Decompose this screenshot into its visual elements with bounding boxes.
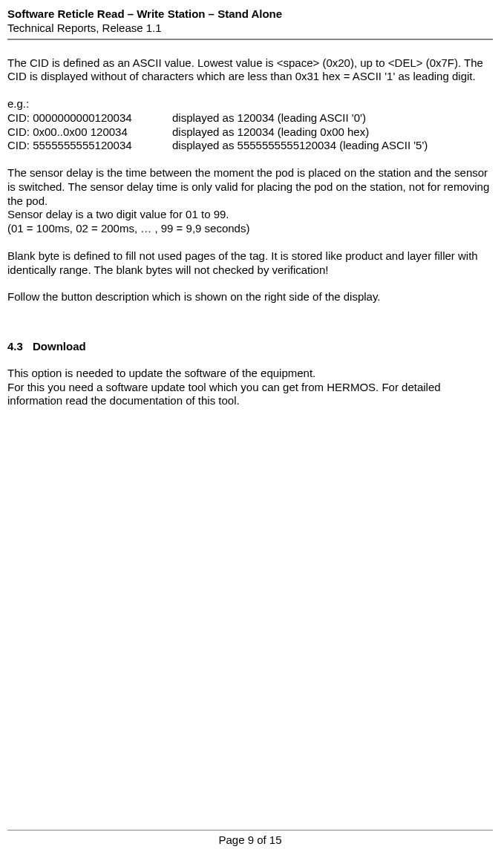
sensor-delay-values: (01 = 100ms, 02 = 200ms, … , 99 = 9,9 se…: [7, 222, 493, 236]
cid-value: CID: 0x00..0x00 120034: [7, 125, 172, 140]
page-content: The CID is defined as an ASCII value. Lo…: [7, 56, 493, 409]
sensor-delay-desc: The sensor delay is the time between the…: [7, 166, 493, 208]
page-header: Software Reticle Read – Write Station – …: [7, 7, 493, 40]
cid-display: displayed as 120034 (leading ASCII '0'): [172, 111, 428, 125]
section-heading-download: 4.3Download: [7, 340, 493, 354]
table-row: CID: 0000000000120034 displayed as 12003…: [7, 111, 428, 125]
page-footer: Page 9 of 15: [7, 830, 493, 848]
sensor-delay-range: Sensor delay is a two digit value for 01…: [7, 208, 493, 222]
section-title: Download: [33, 340, 86, 353]
header-subtitle: Technical Reports, Release 1.1: [7, 22, 493, 40]
cid-value: CID: 0000000000120034: [7, 111, 172, 125]
cid-value: CID: 5555555555120034: [7, 139, 172, 153]
table-row: CID: 0x00..0x00 120034 displayed as 1200…: [7, 125, 428, 140]
paragraph-cid-definition: The CID is defined as an ASCII value. Lo…: [7, 56, 493, 85]
download-p2: For this you need a software update tool…: [7, 381, 493, 409]
cid-display: displayed as 5555555555120034 (leading A…: [172, 139, 428, 153]
paragraph-sensor-delay: The sensor delay is the time between the…: [7, 166, 493, 236]
paragraph-blank-byte: Blank byte is defined to fill not used p…: [7, 249, 493, 278]
paragraph-examples: e.g.: CID: 0000000000120034 displayed as…: [7, 97, 493, 153]
download-p1: This option is needed to update the soft…: [7, 367, 493, 381]
example-label: e.g.:: [7, 97, 493, 111]
paragraph-button-hint: Follow the button description which is s…: [7, 290, 493, 304]
table-row: CID: 5555555555120034 displayed as 55555…: [7, 139, 428, 153]
cid-display: displayed as 120034 (leading 0x00 hex): [172, 125, 428, 140]
cid-example-table: CID: 0000000000120034 displayed as 12003…: [7, 111, 428, 153]
section-number: 4.3: [7, 340, 33, 354]
page-number: Page 9 of 15: [218, 833, 281, 846]
header-title: Software Reticle Read – Write Station – …: [7, 7, 493, 22]
